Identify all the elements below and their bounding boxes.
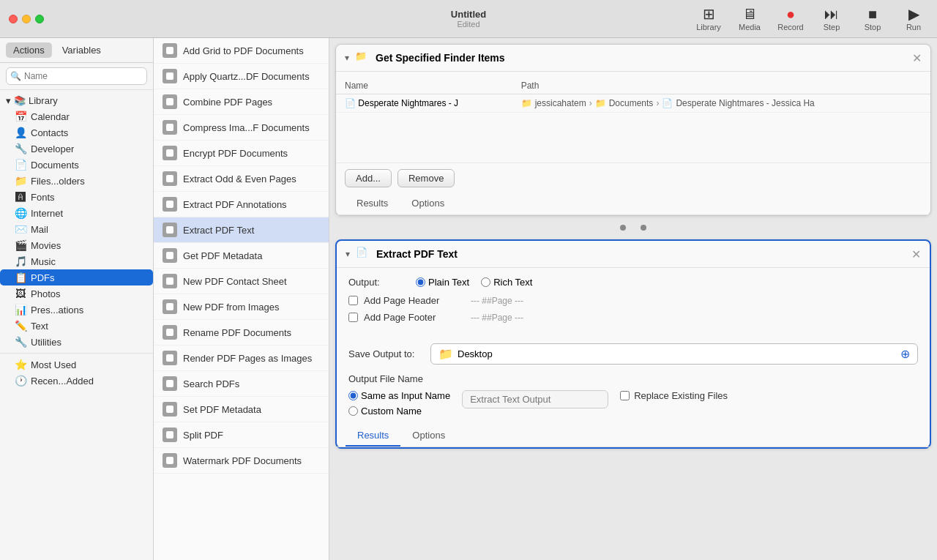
page-footer-label: Add Page Footer (364, 312, 459, 323)
action-item[interactable]: Render PDF Pages as Images (154, 346, 329, 371)
action-item[interactable]: Encrypt PDF Documents (154, 141, 329, 166)
folder-select[interactable]: 📁 Desktop ⊕ (430, 343, 918, 365)
sidebar-tab-actions[interactable]: Actions (6, 42, 52, 58)
action-item[interactable]: Extract Odd & Even Pages (154, 166, 329, 192)
media-button[interactable]: 🖥 Media (735, 7, 764, 31)
save-output-row: Save Output to: 📁 Desktop ⊕ (348, 343, 918, 365)
sidebar-item-contacts[interactable]: 👤Contacts (0, 124, 153, 141)
action-item[interactable]: Get PDF Metadata (154, 243, 329, 269)
rich-text-radio[interactable]: Rich Text (481, 277, 532, 288)
sidebar-item-fonts[interactable]: 🅰Fonts (0, 189, 153, 205)
remove-button[interactable]: Remove (397, 169, 455, 187)
connector-dot-right (641, 225, 646, 231)
extract-panel-close[interactable]: ✕ (911, 247, 921, 261)
finder-tab-options[interactable]: Options (400, 193, 456, 214)
sidebar-item-presentations[interactable]: 📊Pres...ations (0, 302, 153, 318)
same-as-input-radio[interactable]: Same as Input Name (348, 390, 450, 401)
library-group-header[interactable]: ▾ 📚 Library (0, 93, 153, 108)
page-header-row: Add Page Header --- ##Page --- (348, 295, 918, 306)
action-item[interactable]: Extract PDF Annotations (154, 192, 329, 217)
most-used-icon: ⭐ (15, 359, 26, 370)
step-button[interactable]: ⏭ Step (817, 7, 846, 31)
action-icon (163, 69, 177, 83)
sidebar-item-music[interactable]: 🎵Music (0, 253, 153, 269)
sidebar-item-internet[interactable]: 🌐Internet (0, 205, 153, 221)
library-button[interactable]: ⊞ Library (694, 7, 723, 31)
action-item[interactable]: Search PDFs (154, 371, 329, 397)
extract-panel-title: Extract PDF Text (376, 248, 906, 260)
sidebar: Actions Variables 🔍 ▾ 📚 Library 📅Calenda… (0, 38, 154, 560)
finder-col-path: Path (512, 78, 930, 94)
sidebar-item-pdfs[interactable]: 📋PDFs (0, 269, 153, 285)
action-item[interactable]: Compress Ima...F Documents (154, 115, 329, 141)
record-button[interactable]: ● Record (776, 7, 805, 31)
sidebar-item-text[interactable]: ✏️Text (0, 318, 153, 334)
action-item[interactable]: Split PDF (154, 422, 329, 448)
sidebar-bottom-items: ⭐Most Used🕐Recen...Added (0, 356, 153, 389)
action-item[interactable]: Rename PDF Documents (154, 320, 329, 346)
output-file-name-title: Output File Name (348, 373, 918, 384)
page-footer-checkbox[interactable] (348, 313, 358, 322)
action-item[interactable]: New PDF from Images (154, 294, 329, 320)
stop-button[interactable]: ■ Stop (858, 7, 887, 31)
action-item[interactable]: Combine PDF Pages (154, 89, 329, 115)
sidebar-item-utilities[interactable]: 🔧Utilities (0, 334, 153, 350)
finder-panel-collapse[interactable]: ▾ (345, 53, 349, 63)
sidebar-item-developer[interactable]: 🔧Developer (0, 141, 153, 157)
documents-icon: 📄 (15, 159, 26, 171)
sidebar-item-recently-added[interactable]: 🕐Recen...Added (0, 373, 153, 389)
extract-tab-options[interactable]: Options (400, 425, 457, 447)
add-button[interactable]: Add... (345, 169, 392, 187)
sidebar-item-filesfolders[interactable]: 📁Files...olders (0, 173, 153, 189)
sidebar-tab-variables[interactable]: Variables (55, 42, 108, 58)
action-item[interactable]: Set PDF Metadata (154, 397, 329, 422)
finder-tab-results[interactable]: Results (345, 193, 400, 214)
close-button[interactable] (9, 15, 18, 23)
page-header-checkbox[interactable] (348, 296, 358, 305)
replace-files-checkbox[interactable] (620, 391, 630, 400)
svg-rect-3 (166, 124, 173, 131)
finder-table: Name Path 📄 Desperate Nightmares - J (336, 78, 930, 113)
stop-icon: ■ (868, 7, 877, 21)
finder-items-panel: ▾ 📁 Get Specified Finder Items ✕ Name Pa… (335, 44, 931, 216)
svg-rect-7 (166, 226, 173, 234)
output-label: Output: (348, 277, 407, 288)
mail-icon: ✉️ (15, 223, 26, 235)
action-item[interactable]: New PDF Contact Sheet (154, 269, 329, 294)
finder-col-name: Name (336, 78, 512, 94)
action-item[interactable]: Apply Quartz...DF Documents (154, 64, 329, 89)
folder-dropdown-icon: ⊕ (900, 347, 910, 361)
photos-icon: 🖼 (15, 288, 26, 299)
maximize-button[interactable] (35, 15, 44, 23)
output-file-name-section: Output File Name Same as Input Name Cust… (348, 373, 918, 417)
minimize-button[interactable] (22, 15, 31, 23)
path-folder-icon: 📁 (521, 98, 532, 108)
sidebar-item-movies[interactable]: 🎬Movies (0, 237, 153, 253)
action-item[interactable]: Extract PDF Text (154, 217, 329, 243)
step-icon: ⏭ (824, 7, 839, 21)
sidebar-item-photos[interactable]: 🖼Photos (0, 285, 153, 302)
run-button[interactable]: ▶ Run (899, 7, 928, 31)
plain-text-radio[interactable]: Plain Text (416, 277, 469, 288)
svg-rect-1 (166, 72, 173, 80)
extract-panel-header: ▾ 📄 Extract PDF Text ✕ (337, 241, 930, 268)
finder-panel-close[interactable]: ✕ (912, 51, 922, 65)
finder-panel-icon: 📁 (355, 51, 370, 65)
finder-panel-footer: Add... Remove (336, 163, 930, 193)
action-icon (163, 197, 177, 212)
sidebar-item-mail[interactable]: ✉️Mail (0, 221, 153, 237)
action-icon (163, 43, 177, 58)
custom-name-input[interactable] (462, 390, 608, 408)
sidebar-item-calendar[interactable]: 📅Calendar (0, 108, 153, 124)
record-icon: ● (786, 7, 795, 21)
action-item[interactable]: Add Grid to PDF Documents (154, 38, 329, 64)
custom-name-radio[interactable]: Custom Name (348, 406, 450, 417)
content-area: ▾ 📁 Get Specified Finder Items ✕ Name Pa… (329, 38, 937, 560)
sidebar-item-most-used[interactable]: ⭐Most Used (0, 356, 153, 373)
action-item[interactable]: Watermark PDF Documents (154, 448, 329, 474)
replace-files-row: Replace Existing Files (620, 390, 728, 401)
search-input[interactable] (6, 67, 147, 85)
extract-panel-collapse[interactable]: ▾ (346, 249, 350, 259)
extract-tab-results[interactable]: Results (346, 425, 400, 447)
sidebar-item-documents[interactable]: 📄Documents (0, 157, 153, 173)
